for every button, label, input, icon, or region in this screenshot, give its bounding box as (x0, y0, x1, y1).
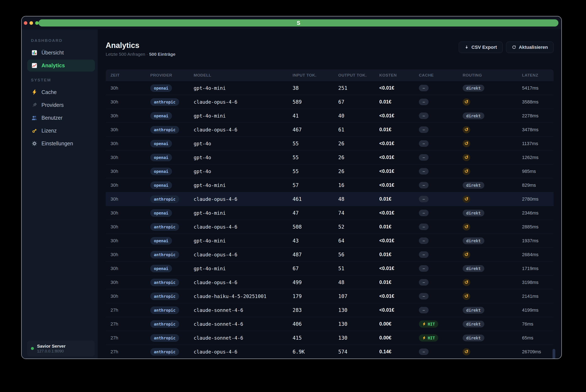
csv-export-label: CSV Export (471, 44, 497, 50)
table-row[interactable]: 30hanthropicclaude-opus-4-6461480.01€—↺2… (106, 192, 553, 206)
cell-cache: — (419, 182, 463, 188)
cell-routing: ↺ (463, 251, 522, 258)
cell-modell: gpt-4o-mini (194, 113, 292, 118)
cell-provider: anthropic (150, 195, 194, 203)
provider-badge: anthropic (150, 348, 179, 356)
zoom-window-button[interactable] (35, 21, 39, 25)
cell-input-tokens: 67 (292, 266, 338, 272)
table-row[interactable]: 30hopenaigpt-4o5526<0.01€—↺1262ms (106, 150, 553, 164)
table-row[interactable]: 30hopenaigpt-4o-mini4140<0.01€—direkt227… (106, 109, 553, 123)
cell-kosten: 0.14€ (379, 349, 419, 354)
routing-retry-icon: ↺ (463, 348, 470, 356)
table-row[interactable]: 27hanthropicclaude-sonnet-4-64151300.00€… (106, 331, 553, 345)
cache-none-badge: — (419, 279, 429, 286)
cell-input-tokens: 461 (292, 196, 338, 202)
cell-output-tokens: 251 (338, 85, 379, 91)
table-row[interactable]: 30hanthropicclaude-opus-4-6589670.01€—↺3… (106, 95, 553, 109)
table-row[interactable]: 27hanthropicclaude-sonnet-4-6283130<0.01… (106, 303, 553, 317)
app-window: S DASHBOARD Übersicht Analytic (21, 16, 562, 359)
cell-modell: gpt-4o-mini (194, 210, 292, 216)
routing-direkt-badge: direkt (463, 182, 484, 189)
table-row[interactable]: 30hanthropicclaude-opus-4-6508520.01€—↺2… (106, 220, 553, 234)
csv-export-button[interactable]: CSV Export (459, 42, 503, 53)
sidebar-item-providers[interactable]: Providers (27, 99, 95, 111)
sidebar-section-system: SYSTEM (27, 78, 95, 82)
routing-retry-icon: ↺ (463, 293, 470, 300)
subtitle-count: 500 Einträge (149, 52, 176, 56)
cell-cache: — (419, 307, 463, 313)
cell-routing: ↺ (463, 196, 522, 203)
cell-zeit: 30h (111, 99, 150, 105)
cell-provider: openai (150, 209, 194, 217)
lightning-icon (32, 90, 37, 95)
cell-latenz: 26709ms (522, 349, 553, 354)
cache-none-badge: — (419, 126, 429, 133)
table-row[interactable]: 30hopenaigpt-4o-mini4774<0.01€—direkt234… (106, 206, 553, 220)
cell-routing: direkt (463, 182, 522, 189)
table-row[interactable]: 30hopenaigpt-4o5526<0.01€—↺985ms (106, 164, 553, 178)
cell-latenz: 1719ms (522, 266, 553, 271)
table-row[interactable]: 27hanthropicclaude-sonnet-4-64061300.00€… (106, 317, 553, 331)
routing-direkt-badge: direkt (463, 112, 484, 119)
cache-none-badge: — (419, 224, 429, 230)
provider-badge: anthropic (150, 126, 179, 134)
provider-badge: openai (150, 182, 172, 189)
provider-badge: anthropic (150, 292, 179, 300)
cell-modell: gpt-4o (194, 141, 292, 146)
cell-zeit: 30h (111, 252, 150, 258)
cell-output-tokens: 16 (338, 182, 379, 188)
cell-latenz: 2684ms (522, 252, 553, 258)
sidebar-item-einstellungen[interactable]: Einstellungen (27, 138, 95, 150)
cell-routing: direkt (463, 238, 522, 244)
sidebar-item-label: Analytics (42, 62, 65, 68)
sidebar-item-cache[interactable]: Cache (27, 86, 95, 98)
cell-cache: — (419, 348, 463, 355)
table-row[interactable]: 30hopenaigpt-4o-mini38251<0.01€—direkt54… (106, 81, 553, 95)
provider-badge: anthropic (150, 306, 179, 314)
table-row[interactable]: 30hopenaigpt-4o5526<0.01€—↺1137ms (106, 137, 553, 150)
cell-zeit: 27h (111, 308, 150, 313)
provider-badge: anthropic (150, 334, 179, 342)
table-row[interactable]: 30hanthropicclaude-opus-4-6467610.01€—↺3… (106, 123, 553, 137)
cell-zeit: 27h (111, 335, 150, 341)
cell-routing: ↺ (463, 126, 522, 133)
cell-input-tokens: 43 (292, 238, 338, 244)
cache-none-badge: — (419, 307, 429, 313)
sidebar-item-analytics[interactable]: Analytics (27, 60, 95, 72)
cell-latenz: 3588ms (522, 99, 553, 105)
table-row[interactable]: 30hanthropicclaude-opus-4-6487560.01€—↺2… (106, 248, 553, 262)
cell-latenz: 1137ms (522, 141, 553, 146)
routing-retry-icon: ↺ (463, 126, 470, 133)
close-window-button[interactable] (24, 21, 27, 25)
cell-latenz: 2780ms (522, 196, 553, 202)
cell-zeit: 30h (111, 113, 150, 118)
lightning-icon (422, 322, 426, 326)
table-row[interactable]: 30hopenaigpt-4o-mini4364<0.01€—direkt193… (106, 234, 553, 248)
sidebar-item-uebersicht[interactable]: Übersicht (27, 47, 95, 59)
server-status-card: Savior Server 127.0.0.1:8090 (27, 340, 95, 356)
minimize-window-button[interactable] (30, 21, 33, 25)
table-row[interactable]: 30hopenaigpt-4o-mini6751<0.01€—direkt171… (106, 262, 553, 276)
cell-input-tokens: 6.9K (292, 349, 338, 355)
cache-none-badge: — (419, 293, 429, 300)
sidebar-item-benutzer[interactable]: Benutzer (27, 112, 95, 124)
table-row[interactable]: 30hanthropicclaude-haiku-4-5-20251001179… (106, 289, 553, 303)
provider-badge: anthropic (150, 98, 179, 106)
cell-modell: gpt-4o-mini (194, 86, 292, 91)
sidebar-item-lizenz[interactable]: Lizenz (27, 125, 95, 137)
cell-cache: — (419, 279, 463, 286)
cell-cache: — (419, 126, 463, 133)
table-row[interactable]: 30hanthropicclaude-opus-4-6499480.01€—↺3… (106, 276, 553, 289)
refresh-button[interactable]: Aktualisieren (506, 42, 553, 53)
cell-cache: HIT (419, 334, 463, 342)
table-row[interactable]: 30hopenaigpt-4o-mini5716<0.01€—direkt829… (106, 178, 553, 192)
vertical-scrollbar-thumb[interactable] (552, 349, 555, 359)
cell-input-tokens: 55 (292, 141, 338, 146)
cell-modell: claude-sonnet-4-6 (194, 308, 292, 313)
col-header-routing: ROUTING (463, 73, 522, 78)
cell-input-tokens: 508 (292, 224, 338, 230)
cell-kosten: <0.01€ (379, 238, 419, 244)
cell-latenz: 985ms (522, 169, 553, 174)
cell-latenz: 76ms (522, 321, 553, 327)
table-row[interactable]: 27hanthropicclaude-opus-4-66.9K5740.14€—… (106, 345, 553, 359)
